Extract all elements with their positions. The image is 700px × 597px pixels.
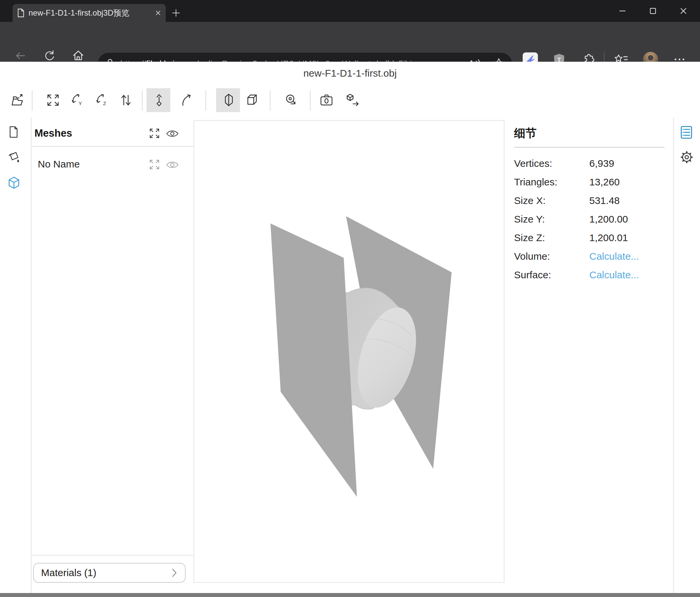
browser-titlebar: new-F1-D1-1-first.obj3D预览 xyxy=(0,0,700,22)
expand-all-icon[interactable] xyxy=(149,128,160,139)
box-view-icon[interactable] xyxy=(245,94,259,107)
visibility-eye-icon[interactable] xyxy=(166,129,179,138)
row-value: 1,200.01 xyxy=(589,232,628,243)
toolbar-divider xyxy=(32,90,32,111)
toolbar-divider xyxy=(270,90,271,111)
row-label: Size X: xyxy=(514,195,589,206)
details-row-surface: Surface: Calculate... xyxy=(514,266,670,284)
settings-gear-icon[interactable] xyxy=(680,150,693,164)
window-edge-bottom xyxy=(0,593,700,597)
model-cube-icon[interactable] xyxy=(7,176,21,189)
move-vertical-icon[interactable] xyxy=(152,94,166,107)
details-header: 细节 xyxy=(514,126,536,141)
details-divider xyxy=(514,147,665,148)
rotate-y-icon[interactable]: Y xyxy=(70,94,84,107)
details-row-volume: Volume: Calculate... xyxy=(514,247,670,266)
open-file-icon[interactable] xyxy=(10,94,25,107)
svg-text:Y: Y xyxy=(79,101,82,106)
back-icon[interactable] xyxy=(14,50,27,62)
toolbar-divider xyxy=(205,90,206,111)
page-file-icon xyxy=(17,9,25,17)
row-value: 531.48 xyxy=(589,195,620,206)
details-row-size-x: Size X: 531.48 xyxy=(514,191,670,210)
row-label: Vertices: xyxy=(514,158,589,169)
meshes-divider xyxy=(31,146,193,147)
left-panel-divider xyxy=(31,118,31,593)
row-label: Surface: xyxy=(514,269,589,281)
meshes-header: Meshes xyxy=(34,127,72,139)
model-viewport[interactable] xyxy=(194,120,504,583)
refresh-icon[interactable] xyxy=(43,50,56,62)
measure-icon[interactable] xyxy=(284,94,299,107)
flip-vertical-icon[interactable] xyxy=(119,94,133,107)
plane-left xyxy=(271,223,357,497)
row-label: Size Y: xyxy=(514,214,589,225)
toolbar-divider xyxy=(310,90,310,111)
row-label: Triangles: xyxy=(514,176,589,188)
materials-button[interactable]: Materials (1) xyxy=(33,563,185,583)
row-label: Volume: xyxy=(514,251,589,262)
close-button[interactable] xyxy=(669,0,698,22)
details-rows: Vertices: 6,939 Triangles: 13,260 Size X… xyxy=(514,154,670,284)
right-panel-divider xyxy=(673,118,674,593)
mesh-item-label[interactable]: No Name xyxy=(38,159,80,170)
mesh-expand-icon[interactable] xyxy=(149,159,160,170)
minimize-button[interactable] xyxy=(607,0,638,22)
maximize-button[interactable] xyxy=(638,0,668,22)
row-value: 6,939 xyxy=(589,158,614,169)
svg-text:Z: Z xyxy=(103,101,106,106)
rotate-z-icon[interactable]: Z xyxy=(94,94,109,107)
calculate-surface-link[interactable]: Calculate... xyxy=(589,269,639,281)
chevron-right-icon xyxy=(171,568,178,578)
materials-bucket-icon[interactable] xyxy=(7,151,21,164)
tab-title: new-F1-D1-1-first.obj3D预览 xyxy=(28,8,155,18)
row-label: Size Z: xyxy=(514,232,589,243)
calculate-volume-link[interactable]: Calculate... xyxy=(589,251,639,262)
mesh-visibility-eye-icon[interactable] xyxy=(166,160,179,169)
model-3d-scene xyxy=(194,121,504,582)
free-rotate-icon[interactable] xyxy=(179,94,194,107)
row-value: 13,260 xyxy=(589,176,620,188)
materials-divider xyxy=(31,555,193,555)
file-panel-icon[interactable] xyxy=(7,126,20,138)
details-list-icon[interactable] xyxy=(680,125,693,139)
export-model-icon[interactable] xyxy=(345,94,360,107)
materials-button-label: Materials (1) xyxy=(41,567,171,578)
details-row-size-y: Size Y: 1,200.00 xyxy=(514,210,670,229)
shaded-view-icon[interactable] xyxy=(221,94,236,107)
toolbar-divider xyxy=(142,90,143,111)
details-row-vertices: Vertices: 6,939 xyxy=(514,154,670,173)
camera-icon[interactable] xyxy=(319,94,334,107)
new-tab-button[interactable] xyxy=(172,9,180,17)
details-row-size-z: Size Z: 1,200.01 xyxy=(514,229,670,247)
row-value: 1,200.00 xyxy=(589,214,628,225)
home-icon[interactable] xyxy=(72,50,85,62)
tab-close-icon[interactable] xyxy=(155,10,161,16)
preview-page: new-F1-D1-1-first.obj Y Z xyxy=(0,62,700,593)
browser-tab[interactable]: new-F1-D1-1-first.obj3D预览 xyxy=(12,4,166,22)
fit-view-icon[interactable] xyxy=(46,94,60,107)
browser-navbar: https://file.kkview.cn/onlinePreview?url… xyxy=(0,22,700,62)
details-row-triangles: Triangles: 13,260 xyxy=(514,173,670,191)
page-title: new-F1-D1-1-first.obj xyxy=(0,68,700,79)
